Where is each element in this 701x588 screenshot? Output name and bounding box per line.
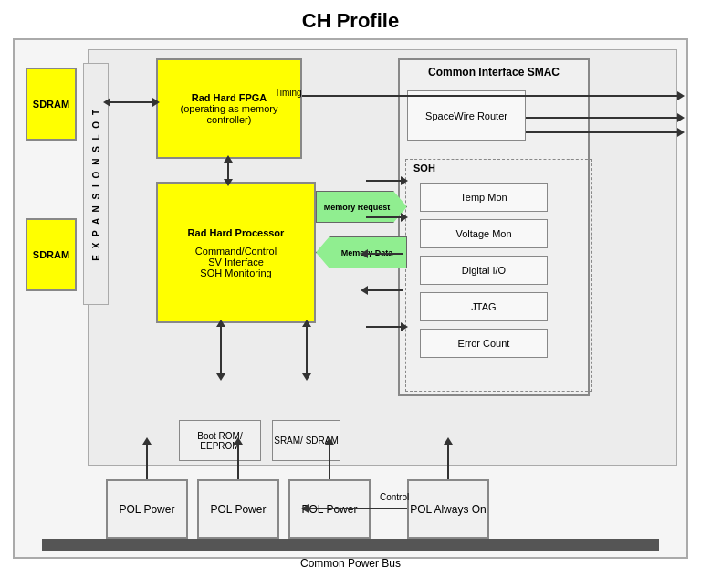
- sdram-top: SDRAM: [26, 68, 77, 141]
- timing-arrow-head: [677, 91, 685, 100]
- soh-item-digital-io: Digital I/O: [420, 256, 548, 285]
- pol-always-on-label: POL Always On: [410, 503, 487, 516]
- pol1-up-head: [142, 437, 152, 445]
- sram-arrow-down: [302, 373, 311, 381]
- temp-mon-arrow: [366, 180, 403, 182]
- network-arrow-head: [677, 113, 685, 122]
- arrow-up-head: [224, 155, 233, 163]
- fpga-processor-arrow: [227, 161, 229, 181]
- power-bus-label: Common Power Bus: [15, 557, 686, 570]
- voltage-arrow-head: [401, 213, 408, 222]
- pol3-up-head: [325, 437, 334, 445]
- bootrom-arrow-up: [216, 320, 225, 327]
- temp-arrow-head: [401, 176, 408, 185]
- network-arrow2-head: [677, 128, 685, 137]
- pol3-up-arrow: [329, 443, 330, 479]
- pol-always-on: POL Always On: [407, 479, 489, 539]
- fpga-subtitle: (operating as memory controller): [158, 103, 300, 125]
- arrow-down-head: [224, 179, 233, 186]
- pol-power-2: POL Power: [197, 479, 279, 539]
- sdram-arrow-right-head: [152, 98, 160, 107]
- smac-title: Common Interface SMAC: [400, 60, 588, 82]
- processor-line2: SV Interface: [188, 257, 285, 268]
- spacewire-box: SpaceWire Router: [407, 90, 526, 141]
- digital-io-arrow: [366, 253, 403, 255]
- digital-arrow-head: [361, 249, 368, 258]
- processor-line3: SOH Monitoring: [188, 268, 285, 278]
- bootrom-arrow-down: [216, 373, 225, 381]
- control-arrow: [307, 508, 407, 509]
- sdram-fpga-arrow: [109, 101, 154, 103]
- error-arrow-head: [401, 322, 408, 331]
- memory-request-label: Memory Request: [324, 203, 391, 212]
- pol-power-1: POL Power: [106, 479, 188, 539]
- control-label: Control: [380, 492, 409, 502]
- soh-item-voltage-mon: Voltage Mon: [420, 219, 548, 248]
- pol-power-2-label: POL Power: [211, 503, 267, 516]
- soh-label: SOH: [413, 163, 435, 173]
- power-bus-bar: [42, 539, 659, 551]
- pol2-up-arrow: [237, 443, 239, 479]
- pol1-up-arrow: [146, 443, 148, 479]
- jtag-arrow: [366, 289, 403, 291]
- soh-item-jtag: JTAG: [420, 292, 548, 321]
- timing-text: Timing: [275, 88, 302, 98]
- network-arrow2: [526, 131, 679, 133]
- bus-pol2-line: [237, 539, 239, 544]
- bus-pol3-line: [329, 539, 330, 544]
- bootrom-down-arrow: [220, 325, 222, 375]
- sram-down-arrow: [306, 325, 308, 375]
- jtag-arrow-head: [361, 286, 368, 295]
- control-arrow-head: [301, 504, 309, 513]
- processor-title: Rad Hard Processor: [188, 227, 285, 238]
- page-title: CH Profile: [302, 9, 399, 33]
- sdram-arrow-left-head: [103, 98, 110, 107]
- voltage-mon-arrow: [366, 216, 403, 218]
- bootrom-box: Boot ROM/ EEPROM: [179, 420, 261, 461]
- network-arrow: [526, 117, 679, 119]
- processor-box: Rad Hard Processor Command/Control SV In…: [156, 182, 316, 323]
- pol-always-on-up-head: [444, 437, 453, 445]
- pol2-up-head: [234, 437, 243, 445]
- expansion-slot-label: E X P A N S I O N S L O T: [91, 108, 101, 261]
- pol-power-1-label: POL Power: [120, 503, 175, 516]
- fpga-box: Rad Hard FPGA (operating as memory contr…: [156, 58, 302, 159]
- bus-pol1-line: [146, 539, 148, 544]
- error-count-arrow: [366, 326, 403, 328]
- soh-item-error-count: Error Count: [420, 329, 548, 358]
- processor-line1: Command/Control: [188, 246, 285, 257]
- soh-box: SOH Temp Mon Voltage Mon Digital I/O JTA…: [405, 159, 592, 392]
- sdram-bottom: SDRAM: [26, 218, 77, 291]
- main-diagram: SDRAM SDRAM E X P A N S I O N S L O T Ra…: [13, 38, 688, 559]
- bus-pol-always-on-line: [447, 539, 449, 544]
- pol-always-on-up-arrow: [447, 443, 449, 479]
- timing-line: Timing: [302, 95, 679, 97]
- soh-item-temp-mon: Temp Mon: [420, 183, 548, 212]
- sram-arrow-up: [302, 320, 311, 327]
